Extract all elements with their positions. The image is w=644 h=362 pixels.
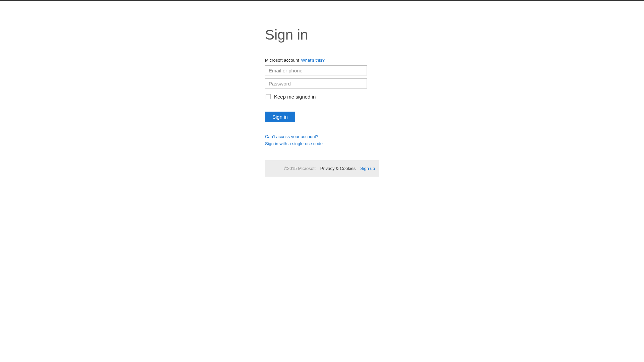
whats-this-link[interactable]: What's this? [301, 58, 325, 63]
single-use-code-link[interactable]: Sign in with a single-use code [265, 141, 379, 146]
footer: ©2015 Microsoft Privacy & Cookies Sign u… [265, 160, 379, 177]
help-links-section: Can't access your account? Sign in with … [265, 134, 379, 146]
password-field[interactable] [265, 78, 367, 88]
account-label: Microsoft account [265, 58, 299, 63]
keep-signed-in-row: Keep me signed in [265, 94, 379, 100]
footer-copyright: ©2015 Microsoft [284, 166, 316, 171]
keep-signed-in-checkbox[interactable] [266, 94, 271, 99]
signup-link[interactable]: Sign up [360, 166, 375, 171]
signin-button[interactable]: Sign in [265, 112, 295, 122]
privacy-cookies-link[interactable]: Privacy & Cookies [320, 166, 356, 171]
account-label-row: Microsoft account What's this? [265, 58, 379, 63]
email-field[interactable] [265, 65, 367, 75]
page-title: Sign in [265, 27, 379, 43]
keep-signed-in-label[interactable]: Keep me signed in [274, 94, 316, 100]
signin-container: Sign in Microsoft account What's this? K… [265, 1, 379, 146]
cant-access-link[interactable]: Can't access your account? [265, 134, 379, 139]
